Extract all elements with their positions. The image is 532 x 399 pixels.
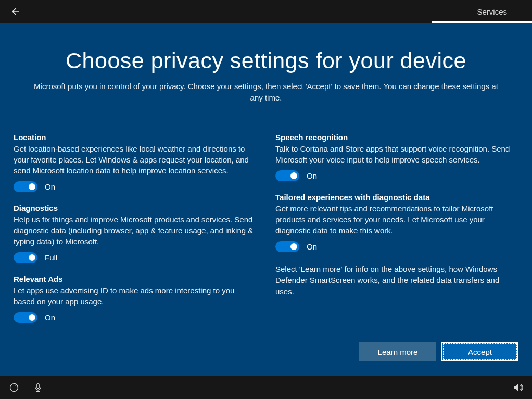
setting-desc: Talk to Cortana and Store apps that supp… <box>275 143 518 165</box>
ads-toggle[interactable] <box>14 312 37 323</box>
setting-ads: Relevant Ads Let apps use advertising ID… <box>14 275 257 323</box>
back-button[interactable] <box>6 2 25 21</box>
setting-speech: Speech recognition Talk to Cortana and S… <box>275 133 518 181</box>
setting-title: Speech recognition <box>275 133 518 142</box>
setting-desc: Get location-based experiences like loca… <box>14 143 257 176</box>
svg-rect-1 <box>37 384 40 389</box>
location-toggle[interactable] <box>14 181 37 192</box>
setting-title: Tailored experiences with diagnostic dat… <box>275 193 518 202</box>
page-title: Choose privacy settings for your device <box>14 48 518 73</box>
main-content: Choose privacy settings for your device … <box>0 23 532 376</box>
button-row: Learn more Accept <box>359 342 518 361</box>
setting-location: Location Get location-based experiences … <box>14 133 257 192</box>
setting-diagnostics: Diagnostics Help us fix things and impro… <box>14 204 257 263</box>
microphone-icon[interactable] <box>32 382 44 393</box>
tailored-toggle[interactable] <box>275 241 299 252</box>
footer-bar <box>0 376 532 399</box>
setting-desc: Help us fix things and improve Microsoft… <box>14 214 257 247</box>
toggle-label: On <box>307 171 317 180</box>
setting-title: Diagnostics <box>14 204 257 213</box>
toggle-row: Full <box>14 252 257 263</box>
page-subtitle: Microsoft puts you in control of your pr… <box>27 81 505 104</box>
step-label: Services <box>477 0 507 23</box>
settings-columns: Location Get location-based experiences … <box>14 133 518 334</box>
toggle-label: Full <box>45 253 57 262</box>
header-bar: Services <box>0 0 532 23</box>
toggle-label: On <box>45 313 55 322</box>
left-column: Location Get location-based experiences … <box>14 133 257 334</box>
ease-of-access-icon[interactable] <box>8 382 20 393</box>
setting-tailored: Tailored experiences with diagnostic dat… <box>275 193 518 252</box>
speech-toggle[interactable] <box>275 170 299 181</box>
setting-title: Relevant Ads <box>14 275 257 283</box>
arrow-left-icon <box>10 6 21 17</box>
setting-desc: Get more relevant tips and recommendatio… <box>275 203 518 236</box>
accept-button[interactable]: Accept <box>441 342 518 361</box>
toggle-row: On <box>14 181 257 192</box>
toggle-row: On <box>275 241 518 252</box>
setting-title: Location <box>14 133 257 142</box>
right-column: Speech recognition Talk to Cortana and S… <box>275 133 518 334</box>
diagnostics-toggle[interactable] <box>14 252 37 263</box>
learn-more-button[interactable]: Learn more <box>359 342 436 361</box>
info-text: Select 'Learn more' for info on the abov… <box>275 264 518 297</box>
setting-desc: Let apps use advertising ID to make ads … <box>14 285 257 307</box>
toggle-row: On <box>275 170 518 181</box>
toggle-label: On <box>307 242 317 251</box>
toggle-label: On <box>45 182 55 191</box>
toggle-row: On <box>14 312 257 323</box>
volume-icon[interactable] <box>512 382 524 393</box>
